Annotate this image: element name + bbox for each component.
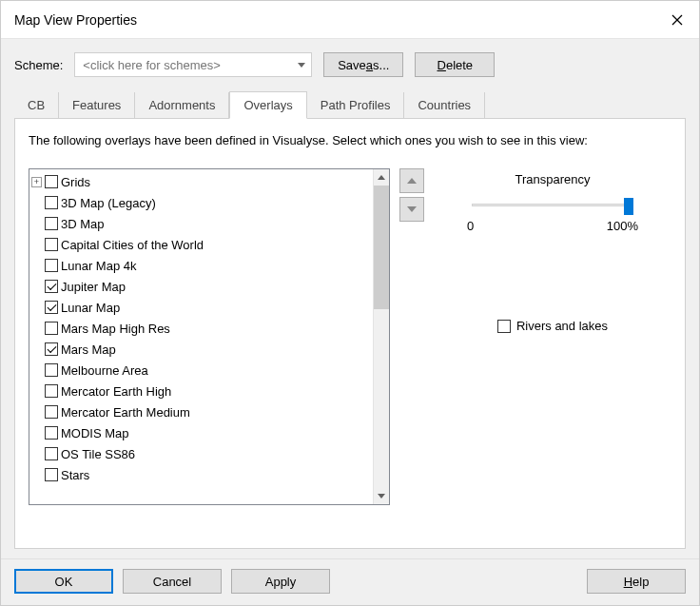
move-down-button[interactable] (399, 197, 424, 222)
triangle-up-icon (407, 178, 417, 184)
overlay-checkbox[interactable] (45, 322, 58, 335)
overlay-item[interactable]: Capital Cities of the World (45, 234, 373, 255)
chevron-down-icon (378, 494, 385, 498)
chevron-up-icon (378, 175, 385, 180)
overlay-checkbox[interactable] (45, 468, 58, 481)
overlay-label: Mercator Earth High (61, 384, 171, 399)
delete-button[interactable]: Delete (415, 52, 495, 77)
close-icon (671, 14, 683, 26)
ok-button[interactable]: OK (14, 569, 113, 594)
overlay-checkbox[interactable] (45, 301, 58, 314)
overlay-label: Melbourne Area (61, 363, 148, 378)
scheme-row: Scheme: <click here for schemes> Save as… (14, 52, 686, 77)
overlay-item[interactable]: Jupiter Map (45, 276, 373, 297)
scrollbar[interactable] (373, 169, 389, 504)
overlay-label: Mercator Earth Medium (61, 405, 190, 420)
save-as-button[interactable]: Save as... (323, 52, 403, 77)
reorder-buttons (399, 168, 424, 538)
expand-icon[interactable]: + (31, 177, 42, 187)
overlay-checkbox[interactable] (45, 342, 58, 356)
overlay-item[interactable]: OS Tile SS86 (45, 443, 373, 464)
overlay-checkbox[interactable] (45, 280, 58, 293)
overlay-label: Capital Cities of the World (61, 238, 204, 252)
overlay-item[interactable]: Lunar Map 4k (45, 255, 373, 276)
map-view-properties-dialog: Map View Properties Scheme: <click here … (0, 0, 700, 606)
slider-thumb[interactable] (624, 198, 633, 215)
overlay-item[interactable]: Mars Map (45, 339, 373, 360)
overlay-item[interactable]: 3D Map (45, 213, 373, 234)
scheme-placeholder: <click here for schemes> (83, 58, 221, 72)
overlay-checkbox[interactable] (45, 217, 58, 230)
overlay-label: 3D Map (61, 217, 105, 231)
scroll-up-button[interactable] (374, 169, 389, 186)
overlay-item[interactable]: Mercator Earth High (45, 381, 373, 401)
overlay-label: MODIS Map (61, 426, 129, 440)
scroll-thumb[interactable] (374, 186, 389, 309)
overlay-item[interactable]: Melbourne Area (45, 360, 373, 381)
transparency-panel: Transparency 0 100% Rivers and lakes (434, 168, 671, 538)
overlays-panel: The following overlays have been defined… (14, 118, 686, 549)
overlay-label: Jupiter Map (61, 280, 126, 294)
overlay-checkbox[interactable] (45, 405, 58, 419)
overlays-tree: +Grids3D Map (Legacy)3D MapCapital Citie… (29, 168, 390, 505)
scheme-label: Scheme: (14, 58, 63, 72)
overlay-checkbox[interactable] (45, 196, 58, 209)
transparency-slider[interactable] (472, 196, 633, 215)
tab-bar: CB Features Adornments Overlays Path Pro… (14, 90, 686, 118)
intro-text: The following overlays have been defined… (29, 132, 666, 149)
overlay-checkbox[interactable] (45, 259, 58, 272)
scroll-down-button[interactable] (374, 488, 389, 504)
overlay-checkbox[interactable] (45, 363, 58, 377)
scheme-select[interactable]: <click here for schemes> (74, 52, 312, 77)
help-button[interactable]: Help (587, 569, 686, 594)
titlebar: Map View Properties (1, 1, 699, 39)
overlay-item[interactable]: Lunar Map (45, 297, 373, 318)
overlay-label: Lunar Map (61, 301, 120, 315)
close-button[interactable] (655, 1, 699, 39)
overlay-item[interactable]: Mercator Earth Medium (45, 401, 373, 422)
overlay-label: Mars Map High Res (61, 322, 170, 336)
rivers-checkbox[interactable] (497, 320, 511, 333)
tab-path-profiles[interactable]: Path Profiles (307, 92, 405, 118)
overlay-label: OS Tile SS86 (61, 447, 135, 461)
overlay-checkbox[interactable] (45, 447, 58, 460)
overlay-label: Stars (61, 468, 89, 482)
apply-button[interactable]: Apply (231, 569, 330, 594)
move-up-button[interactable] (399, 168, 424, 193)
overlay-label: 3D Map (Legacy) (61, 196, 156, 210)
cancel-button[interactable]: Cancel (123, 569, 222, 594)
dialog-footer: OK Cancel Apply Help (1, 558, 699, 605)
overlay-item[interactable]: Mars Map High Res (45, 318, 373, 339)
overlay-checkbox[interactable] (45, 238, 58, 251)
tab-cb[interactable]: CB (14, 92, 59, 118)
overlay-item[interactable]: 3D Map (Legacy) (45, 192, 373, 213)
slider-min: 0 (467, 219, 474, 233)
slider-max: 100% (607, 219, 638, 233)
dialog-body: Scheme: <click here for schemes> Save as… (1, 39, 699, 558)
tab-overlays[interactable]: Overlays (229, 91, 306, 119)
overlay-label: Mars Map (61, 342, 116, 357)
overlay-checkbox[interactable] (45, 426, 58, 440)
transparency-label: Transparency (515, 172, 591, 186)
window-title: Map View Properties (14, 12, 137, 28)
overlay-item[interactable]: Stars (45, 464, 373, 485)
overlay-checkbox[interactable] (45, 175, 58, 188)
tab-adornments[interactable]: Adornments (135, 92, 229, 118)
rivers-label: Rivers and lakes (516, 319, 608, 333)
tab-countries[interactable]: Countries (404, 92, 485, 118)
overlay-checkbox[interactable] (45, 384, 58, 398)
tab-features[interactable]: Features (59, 92, 135, 118)
chevron-down-icon (298, 63, 305, 68)
overlay-item[interactable]: +Grids (45, 171, 373, 192)
overlay-label: Grids (61, 175, 90, 189)
overlay-item[interactable]: MODIS Map (45, 422, 373, 443)
triangle-down-icon (407, 206, 417, 212)
overlay-label: Lunar Map 4k (61, 259, 137, 273)
